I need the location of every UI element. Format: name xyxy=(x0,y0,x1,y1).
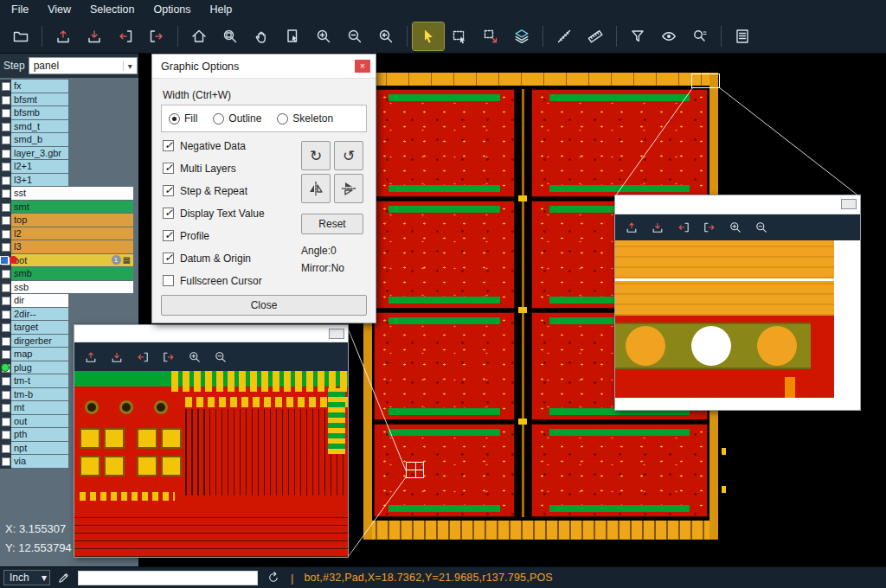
zoom-in-button[interactable] xyxy=(308,22,339,50)
layer-visibility-checkbox[interactable] xyxy=(0,240,11,254)
fill-mode-radio[interactable]: Outline xyxy=(213,112,261,125)
zoom-previous-button[interactable] xyxy=(370,22,401,50)
layer-name-box[interactable]: l3 xyxy=(11,240,133,254)
dialog-titlebar[interactable]: Graphic Options × xyxy=(152,54,376,79)
zoom-out-button[interactable] xyxy=(339,22,370,50)
layer-visibility-checkbox[interactable] xyxy=(0,415,11,429)
tray-right-button[interactable] xyxy=(698,217,721,238)
layer-visibility-checkbox[interactable] xyxy=(0,80,11,93)
layer-row[interactable]: smd_t xyxy=(0,120,138,134)
layers-stack-button[interactable] xyxy=(506,22,537,50)
tray-right-button[interactable] xyxy=(157,347,180,368)
checkbox-icon[interactable] xyxy=(163,140,174,151)
layer-name-box[interactable]: layer_3.gbr xyxy=(11,147,68,161)
menu-item[interactable]: Selection xyxy=(80,1,144,18)
layer-visibility-checkbox[interactable] xyxy=(0,106,11,120)
magnifier-a-content[interactable] xyxy=(74,371,348,557)
layer-row[interactable]: top xyxy=(0,214,138,227)
layer-row[interactable]: sst xyxy=(0,187,138,201)
flip-horizontal-button[interactable] xyxy=(301,174,331,203)
layer-visibility-checkbox[interactable] xyxy=(0,294,11,308)
layer-name-box[interactable]: dirgerber xyxy=(11,335,68,348)
layer-row[interactable]: 2dir-- xyxy=(0,308,138,322)
layer-name-box[interactable]: smt xyxy=(11,201,133,214)
pan-hand-button[interactable] xyxy=(246,22,277,50)
window-expand-button[interactable] xyxy=(841,199,857,209)
layer-name-box[interactable]: tm-b xyxy=(11,388,68,402)
report-list-button[interactable] xyxy=(727,22,758,50)
upload-tray-button[interactable] xyxy=(80,347,102,368)
layer-visibility-checkbox[interactable] xyxy=(0,388,11,402)
radio-icon[interactable] xyxy=(169,113,180,125)
select-cursor-button[interactable] xyxy=(413,22,444,50)
layer-name-box[interactable]: map xyxy=(11,348,68,361)
chevron-down-icon[interactable]: ▾ xyxy=(42,572,47,584)
refresh-button[interactable] xyxy=(266,571,280,585)
close-button[interactable]: Close xyxy=(161,295,367,316)
layer-visibility-checkbox[interactable] xyxy=(0,442,11,456)
option-checkbox-row[interactable]: Multi Layers xyxy=(163,162,265,175)
layer-row[interactable]: l3 xyxy=(0,240,138,254)
measure-ruler-button[interactable] xyxy=(580,22,611,50)
layer-visibility-checkbox[interactable] xyxy=(0,267,11,281)
upload-tray-button[interactable] xyxy=(620,217,643,238)
tray-left-button[interactable] xyxy=(132,347,154,368)
checkbox-icon[interactable] xyxy=(163,252,174,264)
layer-name-box[interactable]: smd_t xyxy=(11,120,68,134)
flip-vertical-button[interactable] xyxy=(334,174,363,203)
menu-item[interactable]: Options xyxy=(144,1,200,18)
tray-left-button[interactable] xyxy=(672,217,695,238)
layer-name-box[interactable]: l3+1 xyxy=(11,174,68,188)
layer-name-box[interactable]: via xyxy=(11,455,68,469)
reset-button[interactable]: Reset xyxy=(301,214,363,234)
checkbox-icon[interactable] xyxy=(163,230,174,241)
checkbox-icon[interactable] xyxy=(163,275,174,286)
checkbox-icon[interactable] xyxy=(163,163,174,174)
measure-line-button[interactable] xyxy=(549,22,580,50)
layer-visibility-checkbox[interactable] xyxy=(0,214,11,227)
layer-name-box[interactable]: 2dir-- xyxy=(11,308,68,322)
menu-item[interactable]: File xyxy=(2,1,38,18)
magnifier-b-content[interactable] xyxy=(615,240,860,410)
home-view-button[interactable] xyxy=(183,22,215,50)
option-checkbox-row[interactable]: Fullscreen Cursor xyxy=(163,274,265,287)
layer-row[interactable]: l2 xyxy=(0,227,138,241)
layer-name-box[interactable]: mt xyxy=(11,401,68,415)
layer-name-box[interactable]: bfsmb xyxy=(11,106,68,120)
layer-row[interactable]: l2+1 xyxy=(0,160,138,174)
layer-visibility-checkbox[interactable] xyxy=(0,455,11,469)
layer-row[interactable]: l3+1 xyxy=(0,174,138,188)
layer-row[interactable]: bfsmt xyxy=(0,93,138,107)
option-checkbox-row[interactable]: Step & Repeat xyxy=(163,184,265,197)
layer-name-box[interactable]: smd_b xyxy=(11,133,68,147)
step-combobox[interactable]: panel ▾ xyxy=(29,57,138,74)
layer-name-box[interactable]: smb xyxy=(11,267,133,281)
magnifier-b-titlebar[interactable] xyxy=(615,195,860,214)
layer-row[interactable]: dir xyxy=(0,294,138,308)
upload-tray-button[interactable] xyxy=(48,22,79,50)
command-input[interactable] xyxy=(78,571,258,585)
chevron-down-icon[interactable]: ▾ xyxy=(123,61,137,71)
layer-visibility-checkbox[interactable] xyxy=(0,374,11,388)
draw-tool-button[interactable] xyxy=(57,571,71,585)
layer-name-box[interactable]: tm-t xyxy=(11,374,68,388)
menu-item[interactable]: Help xyxy=(201,1,242,18)
close-icon[interactable]: × xyxy=(355,60,370,73)
layer-visibility-checkbox[interactable] xyxy=(0,133,11,147)
option-checkbox-row[interactable]: Display Text Value xyxy=(163,207,265,220)
zoom-window-button[interactable] xyxy=(215,22,246,50)
layer-name-box[interactable]: pth xyxy=(11,428,68,442)
zoom-out-button[interactable] xyxy=(209,347,232,368)
layer-visibility-checkbox[interactable] xyxy=(0,348,11,361)
layer-name-box[interactable]: out xyxy=(11,415,68,429)
search-text-button[interactable] xyxy=(684,22,716,50)
rotate-cw-button[interactable]: ↻ xyxy=(301,141,331,170)
layer-row[interactable]: fx xyxy=(0,80,138,93)
download-tray-button[interactable] xyxy=(106,347,128,368)
download-tray-button[interactable] xyxy=(79,22,110,50)
layer-row[interactable]: smd_b xyxy=(0,133,138,147)
filter-funnel-button[interactable] xyxy=(622,22,653,50)
fill-mode-radio[interactable]: Skeleton xyxy=(277,112,333,125)
layer-visibility-checkbox[interactable] xyxy=(0,160,11,174)
layer-visibility-checkbox[interactable] xyxy=(0,401,11,415)
